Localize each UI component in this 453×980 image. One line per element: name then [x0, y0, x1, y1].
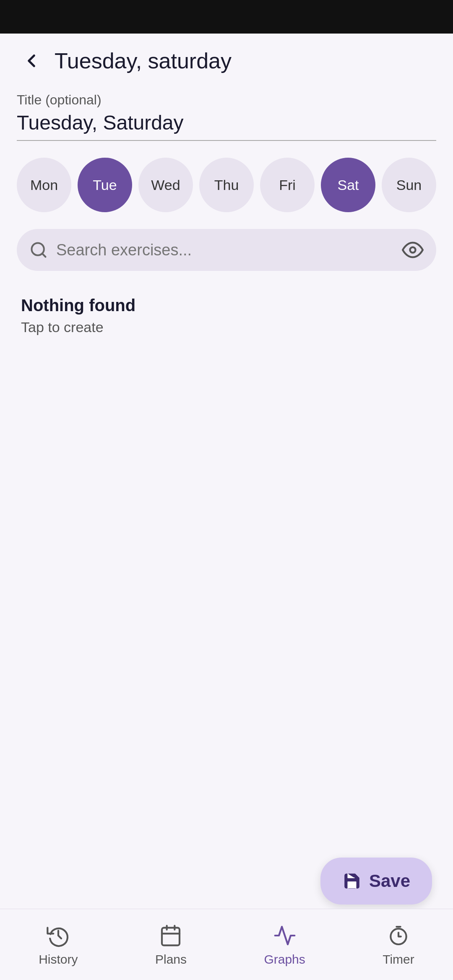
- history-icon: [46, 923, 71, 948]
- search-section: [0, 221, 453, 279]
- day-btn-thu[interactable]: Thu: [199, 158, 254, 212]
- search-icon: [29, 241, 48, 259]
- page-title: Tuesday, saturday: [55, 48, 232, 73]
- status-bar: [0, 0, 453, 34]
- svg-rect-3: [162, 928, 180, 945]
- nav-plans-label: Plans: [155, 952, 187, 967]
- day-btn-mon[interactable]: Mon: [17, 158, 71, 212]
- save-icon: [342, 871, 362, 891]
- nav-timer[interactable]: Timer: [370, 919, 427, 971]
- nav-timer-label: Timer: [383, 952, 414, 967]
- bottom-nav: History Plans Graphs Ti: [0, 909, 453, 980]
- title-label: Title (optional): [17, 92, 436, 108]
- title-input-wrapper: [17, 111, 436, 141]
- svg-point-2: [410, 247, 416, 253]
- save-button-label: Save: [369, 871, 410, 891]
- days-row: Mon Tue Wed Thu Fri Sat Sun: [0, 141, 453, 221]
- empty-state-title: Nothing found: [21, 296, 432, 315]
- timer-icon: [386, 923, 411, 948]
- search-input[interactable]: [56, 241, 393, 259]
- empty-state: Nothing found Tap to create: [0, 279, 453, 352]
- title-input[interactable]: [17, 111, 436, 134]
- title-section: Title (optional): [0, 84, 453, 141]
- day-btn-sun[interactable]: Sun: [382, 158, 436, 212]
- header: Tuesday, saturday: [0, 34, 453, 84]
- day-btn-sat[interactable]: Sat: [321, 158, 375, 212]
- plans-icon: [158, 923, 183, 948]
- nav-history[interactable]: History: [26, 919, 90, 971]
- save-button[interactable]: Save: [320, 858, 432, 905]
- visibility-button[interactable]: [402, 239, 424, 261]
- nav-history-label: History: [39, 952, 78, 967]
- nav-graphs[interactable]: Graphs: [251, 919, 318, 971]
- nav-graphs-label: Graphs: [264, 952, 305, 967]
- day-btn-wed[interactable]: Wed: [138, 158, 193, 212]
- graphs-icon: [272, 923, 297, 948]
- empty-state-subtitle: Tap to create: [21, 319, 432, 335]
- day-btn-fri[interactable]: Fri: [260, 158, 315, 212]
- nav-plans[interactable]: Plans: [143, 919, 199, 971]
- day-btn-tue[interactable]: Tue: [78, 158, 132, 212]
- svg-line-1: [42, 254, 46, 257]
- back-button[interactable]: [17, 46, 46, 75]
- search-bar: [17, 229, 436, 271]
